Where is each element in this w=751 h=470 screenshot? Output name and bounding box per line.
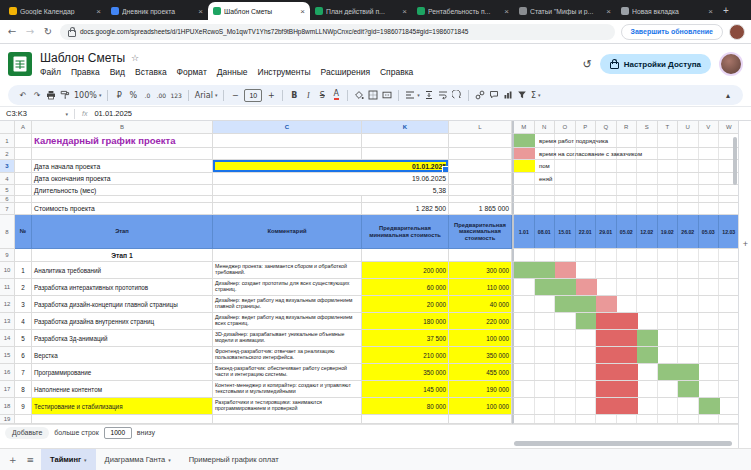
cell[interactable] (15, 134, 32, 148)
row-header[interactable]: 17 (0, 381, 15, 398)
row-header[interactable]: 10 (0, 262, 15, 279)
paint-format-icon[interactable] (60, 90, 70, 100)
menu-item[interactable]: Формат (177, 67, 207, 77)
sheet-tab[interactable]: Примерный график оплат (180, 449, 288, 470)
cell[interactable] (15, 415, 32, 424)
row-number-cell[interactable]: 7 (15, 364, 32, 381)
column-header[interactable]: A (15, 121, 32, 134)
cost-max-cell[interactable]: 100 000 (449, 330, 512, 347)
gantt-cell[interactable] (535, 279, 556, 295)
cell[interactable] (449, 134, 512, 148)
cost-min-cell[interactable]: 210 000 (362, 347, 449, 364)
gantt-cell[interactable] (699, 398, 720, 414)
column-header[interactable]: O (555, 121, 576, 133)
row-header[interactable]: 15 (0, 347, 15, 364)
cell[interactable] (213, 148, 362, 160)
font-size-input[interactable]: 10 (244, 89, 262, 102)
column-header[interactable]: S (637, 121, 658, 133)
stage-cell[interactable]: Разработка дизайн-концепции главной стра… (32, 296, 213, 313)
gantt-cell[interactable] (555, 296, 576, 312)
gantt-cell[interactable] (596, 398, 617, 414)
column-header[interactable]: V (699, 121, 720, 133)
comment-cell[interactable]: Фронтенд-разработчик: отвечает за реализ… (213, 347, 362, 364)
new-tab-button[interactable]: + (718, 5, 734, 16)
back-icon[interactable]: ← (6, 26, 18, 37)
gantt-cell[interactable] (555, 262, 576, 278)
gantt-cell[interactable] (637, 330, 658, 346)
column-header[interactable]: U (678, 121, 699, 133)
bold-icon[interactable]: B (289, 91, 299, 100)
gantt-cell[interactable] (576, 279, 597, 295)
stage-cell[interactable]: Верстка (32, 347, 213, 364)
gantt-area[interactable] (512, 381, 738, 398)
menu-item[interactable]: Справка (380, 67, 413, 77)
all-sheets-icon[interactable]: ≡ (22, 455, 40, 465)
menu-item[interactable]: Данные (217, 67, 248, 77)
gantt-cell[interactable] (617, 330, 638, 346)
percent-format-icon[interactable]: % (128, 91, 138, 100)
cost-max-cell[interactable]: 40 000 (449, 296, 512, 313)
column-header[interactable]: P (576, 121, 597, 133)
table-header-cell[interactable]: Предварительная максимальная стоимость (449, 215, 512, 249)
cell[interactable] (362, 134, 449, 148)
date-header-cell[interactable]: 12.03 (719, 215, 738, 248)
row-header[interactable]: 7 (0, 203, 15, 215)
gantt-cell[interactable] (617, 364, 638, 380)
cell[interactable] (15, 249, 32, 262)
cell[interactable] (213, 415, 362, 424)
browser-tab[interactable]: Шаблон Сметы× (208, 2, 310, 20)
row-header[interactable]: 8 (0, 215, 15, 249)
cell[interactable] (32, 148, 213, 160)
sheet-tab[interactable]: Диаграмма Ганта▾ (96, 449, 180, 470)
table-header-cell[interactable]: Этап (32, 215, 213, 249)
menu-item[interactable]: Вид (110, 67, 125, 77)
date-header-cell[interactable]: 29.01 (596, 215, 617, 248)
cell[interactable] (213, 203, 362, 215)
gantt-cell[interactable] (596, 364, 617, 380)
gantt-area[interactable]: время на согласование с заказчиком (512, 148, 738, 160)
gantt-area[interactable] (512, 364, 738, 381)
cell[interactable] (15, 203, 32, 215)
cost-min-cell[interactable]: 20 000 (362, 296, 449, 313)
name-box[interactable]: C3:K3 ▾ (0, 109, 74, 118)
decrease-decimal-icon[interactable]: .0 (142, 92, 152, 99)
comment-cell[interactable]: Разработчики и тестировщики: занимаются … (213, 398, 362, 415)
menu-item[interactable]: Вставка (135, 67, 167, 77)
cost-max-cell[interactable]: 455 000 (449, 364, 512, 381)
table-header-cell[interactable]: Предварительная минимальная стоимость (362, 215, 449, 249)
gantt-cell[interactable] (678, 364, 699, 380)
cell[interactable] (15, 196, 32, 203)
cell[interactable] (449, 173, 512, 185)
gantt-cell[interactable] (576, 313, 597, 329)
gantt-area[interactable] (512, 398, 738, 415)
info-label-cell[interactable]: Длительность (мес) (32, 185, 213, 196)
cell[interactable] (213, 249, 362, 262)
info-label-cell[interactable]: Дата окончания проекта (32, 173, 213, 185)
row-header[interactable]: 19 (0, 415, 15, 424)
gantt-area[interactable]: MNOPQRSTUVW (512, 121, 738, 134)
comment-cell[interactable]: Дизайнер: создает прототипы для всех сущ… (213, 279, 362, 296)
cell[interactable] (15, 148, 32, 160)
column-header[interactable]: L (449, 121, 512, 134)
stage-cell[interactable]: Тестирование и стабилизация (32, 398, 213, 415)
cell-grid[interactable]: ABCKLMNOPQRSTUVW1Календарный график прое… (0, 121, 738, 424)
row-number-cell[interactable]: 6 (15, 347, 32, 364)
insert-chart-icon[interactable] (503, 90, 513, 100)
italic-icon[interactable]: I (303, 91, 313, 100)
gantt-cell[interactable] (617, 347, 638, 363)
row-header[interactable]: 11 (0, 279, 15, 296)
gantt-cell[interactable] (658, 364, 679, 380)
comment-cell[interactable]: Бэкэнд-разработчик: обеспечивает работу … (213, 364, 362, 381)
cell[interactable] (32, 415, 213, 424)
date-header-cell[interactable]: 1.01 (514, 215, 535, 248)
text-color-icon[interactable]: A (331, 90, 341, 100)
cost-min-cell[interactable]: 200 000 (362, 262, 449, 279)
cost-max-cell[interactable]: 350 000 (449, 347, 512, 364)
filter-icon[interactable] (517, 90, 527, 100)
select-all-corner[interactable] (0, 121, 15, 134)
row-header[interactable]: 4 (0, 173, 15, 185)
column-header[interactable]: M (514, 121, 535, 133)
cost-min-cell[interactable]: 350 000 (362, 364, 449, 381)
row-number-cell[interactable]: 5 (15, 330, 32, 347)
version-history-icon[interactable]: ↺ (582, 58, 591, 71)
